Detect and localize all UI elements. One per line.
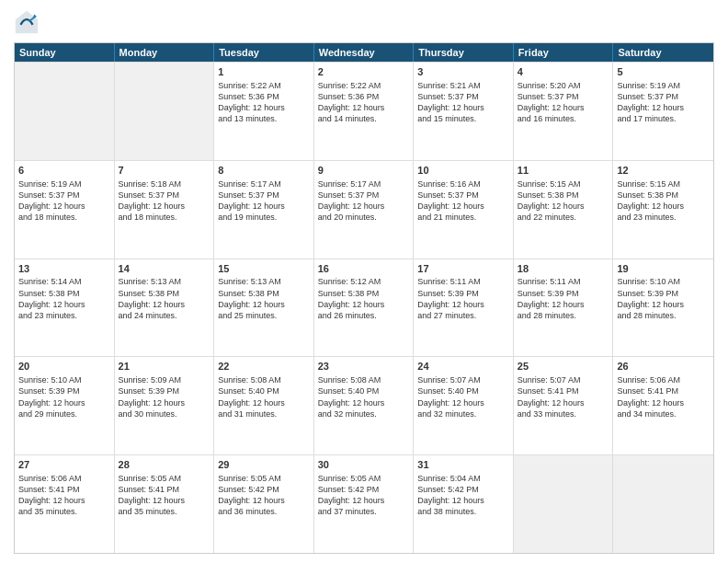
cell-info: Sunrise: 5:04 AM Sunset: 5:42 PM Dayligh… [417,473,509,518]
day-number: 17 [417,262,509,276]
cal-cell: 20Sunrise: 5:10 AM Sunset: 5:39 PM Dayli… [15,357,115,454]
day-number: 26 [617,360,710,373]
cell-info: Sunrise: 5:15 AM Sunset: 5:38 PM Dayligh… [617,178,710,224]
header-saturday: Saturday [613,43,713,62]
cell-info: Sunrise: 5:19 AM Sunset: 5:37 PM Dayligh… [617,80,710,125]
cal-cell: 12Sunrise: 5:15 AM Sunset: 5:38 PM Dayli… [613,161,713,259]
header-monday: Monday [115,43,215,62]
cell-info: Sunrise: 5:22 AM Sunset: 5:36 PM Dayligh… [218,80,310,125]
cal-cell: 1Sunrise: 5:22 AM Sunset: 5:36 PM Daylig… [214,63,314,160]
day-number: 13 [18,262,110,276]
cal-cell: 30Sunrise: 5:05 AM Sunset: 5:42 PM Dayli… [314,455,415,553]
day-number: 7 [119,164,210,178]
cal-cell: 19Sunrise: 5:10 AM Sunset: 5:39 PM Dayli… [613,259,713,357]
header-thursday: Thursday [414,43,514,62]
day-number: 11 [518,164,609,178]
cell-info: Sunrise: 5:08 AM Sunset: 5:40 PM Dayligh… [318,374,410,419]
week-row-3: 20Sunrise: 5:10 AM Sunset: 5:39 PM Dayli… [15,356,713,454]
cal-cell [514,455,614,553]
cal-cell: 24Sunrise: 5:07 AM Sunset: 5:40 PM Dayli… [414,357,514,454]
header-friday: Friday [514,43,614,62]
cal-cell [15,63,115,160]
day-number: 22 [218,360,310,373]
calendar: SundayMondayTuesdayWednesdayThursdayFrid… [14,42,714,554]
header-wednesday: Wednesday [314,43,415,62]
day-number: 18 [518,262,609,276]
cal-cell [613,455,713,553]
calendar-header: SundayMondayTuesdayWednesdayThursdayFrid… [15,43,713,62]
day-number: 5 [617,65,710,79]
day-number: 14 [119,262,210,276]
day-number: 29 [218,458,310,472]
cal-cell: 22Sunrise: 5:08 AM Sunset: 5:40 PM Dayli… [214,357,314,454]
cal-cell: 31Sunrise: 5:04 AM Sunset: 5:42 PM Dayli… [414,455,514,553]
day-number: 31 [417,458,509,472]
cal-cell: 9Sunrise: 5:17 AM Sunset: 5:37 PM Daylig… [314,161,415,259]
calendar-body: 1Sunrise: 5:22 AM Sunset: 5:36 PM Daylig… [15,62,713,553]
day-number: 9 [318,164,410,178]
cell-info: Sunrise: 5:12 AM Sunset: 5:38 PM Dayligh… [318,276,410,321]
cell-info: Sunrise: 5:06 AM Sunset: 5:41 PM Dayligh… [617,374,710,419]
cal-cell: 25Sunrise: 5:07 AM Sunset: 5:41 PM Dayli… [514,357,614,454]
cell-info: Sunrise: 5:11 AM Sunset: 5:39 PM Dayligh… [417,276,509,321]
day-number: 21 [119,360,210,373]
cal-cell: 21Sunrise: 5:09 AM Sunset: 5:39 PM Dayli… [115,357,215,454]
day-number: 2 [318,65,410,79]
cell-info: Sunrise: 5:07 AM Sunset: 5:40 PM Dayligh… [417,374,509,419]
day-number: 19 [617,262,710,276]
day-number: 12 [617,164,710,178]
day-number: 4 [518,65,609,79]
cal-cell: 6Sunrise: 5:19 AM Sunset: 5:37 PM Daylig… [15,161,115,259]
day-number: 23 [318,360,410,373]
cal-cell: 27Sunrise: 5:06 AM Sunset: 5:41 PM Dayli… [15,455,115,553]
cal-cell: 5Sunrise: 5:19 AM Sunset: 5:37 PM Daylig… [613,63,713,160]
day-number: 1 [218,65,310,79]
day-number: 6 [18,164,110,178]
week-row-2: 13Sunrise: 5:14 AM Sunset: 5:38 PM Dayli… [15,259,713,357]
cal-cell: 8Sunrise: 5:17 AM Sunset: 5:37 PM Daylig… [214,161,314,259]
day-number: 24 [417,360,509,373]
cell-info: Sunrise: 5:21 AM Sunset: 5:37 PM Dayligh… [417,80,509,125]
cal-cell: 16Sunrise: 5:12 AM Sunset: 5:38 PM Dayli… [314,259,415,357]
cal-cell: 28Sunrise: 5:05 AM Sunset: 5:41 PM Dayli… [115,455,215,553]
day-number: 20 [18,360,110,373]
day-number: 10 [417,164,509,178]
cell-info: Sunrise: 5:05 AM Sunset: 5:42 PM Dayligh… [318,473,410,518]
day-number: 15 [218,262,310,276]
week-row-0: 1Sunrise: 5:22 AM Sunset: 5:36 PM Daylig… [15,62,713,160]
cal-cell: 26Sunrise: 5:06 AM Sunset: 5:41 PM Dayli… [613,357,713,454]
cal-cell: 10Sunrise: 5:16 AM Sunset: 5:37 PM Dayli… [414,161,514,259]
cell-info: Sunrise: 5:05 AM Sunset: 5:41 PM Dayligh… [119,473,210,518]
cal-cell: 7Sunrise: 5:18 AM Sunset: 5:37 PM Daylig… [115,161,215,259]
cell-info: Sunrise: 5:11 AM Sunset: 5:39 PM Dayligh… [518,276,609,321]
header [14,9,714,35]
cell-info: Sunrise: 5:10 AM Sunset: 5:39 PM Dayligh… [617,276,710,321]
cal-cell: 17Sunrise: 5:11 AM Sunset: 5:39 PM Dayli… [414,259,514,357]
day-number: 28 [119,458,210,472]
cal-cell: 13Sunrise: 5:14 AM Sunset: 5:38 PM Dayli… [15,259,115,357]
cell-info: Sunrise: 5:05 AM Sunset: 5:42 PM Dayligh… [218,473,310,518]
logo [14,9,43,35]
cell-info: Sunrise: 5:19 AM Sunset: 5:37 PM Dayligh… [18,178,110,224]
cell-info: Sunrise: 5:20 AM Sunset: 5:37 PM Dayligh… [518,80,609,125]
logo-icon [14,9,40,35]
cell-info: Sunrise: 5:14 AM Sunset: 5:38 PM Dayligh… [18,276,110,321]
cell-info: Sunrise: 5:18 AM Sunset: 5:37 PM Dayligh… [119,178,210,224]
week-row-4: 27Sunrise: 5:06 AM Sunset: 5:41 PM Dayli… [15,454,713,553]
day-number: 30 [318,458,410,472]
day-number: 8 [218,164,310,178]
day-number: 25 [518,360,609,373]
cal-cell: 3Sunrise: 5:21 AM Sunset: 5:37 PM Daylig… [414,63,514,160]
week-row-1: 6Sunrise: 5:19 AM Sunset: 5:37 PM Daylig… [15,160,713,259]
header-tuesday: Tuesday [214,43,314,62]
cal-cell: 18Sunrise: 5:11 AM Sunset: 5:39 PM Dayli… [514,259,614,357]
cell-info: Sunrise: 5:15 AM Sunset: 5:38 PM Dayligh… [518,178,609,224]
cal-cell: 4Sunrise: 5:20 AM Sunset: 5:37 PM Daylig… [514,63,614,160]
cell-info: Sunrise: 5:22 AM Sunset: 5:36 PM Dayligh… [318,80,410,125]
cal-cell: 14Sunrise: 5:13 AM Sunset: 5:38 PM Dayli… [115,259,215,357]
cell-info: Sunrise: 5:16 AM Sunset: 5:37 PM Dayligh… [417,178,509,224]
cell-info: Sunrise: 5:13 AM Sunset: 5:38 PM Dayligh… [119,276,210,321]
cal-cell: 23Sunrise: 5:08 AM Sunset: 5:40 PM Dayli… [314,357,415,454]
cell-info: Sunrise: 5:17 AM Sunset: 5:37 PM Dayligh… [218,178,310,224]
cell-info: Sunrise: 5:07 AM Sunset: 5:41 PM Dayligh… [518,374,609,419]
